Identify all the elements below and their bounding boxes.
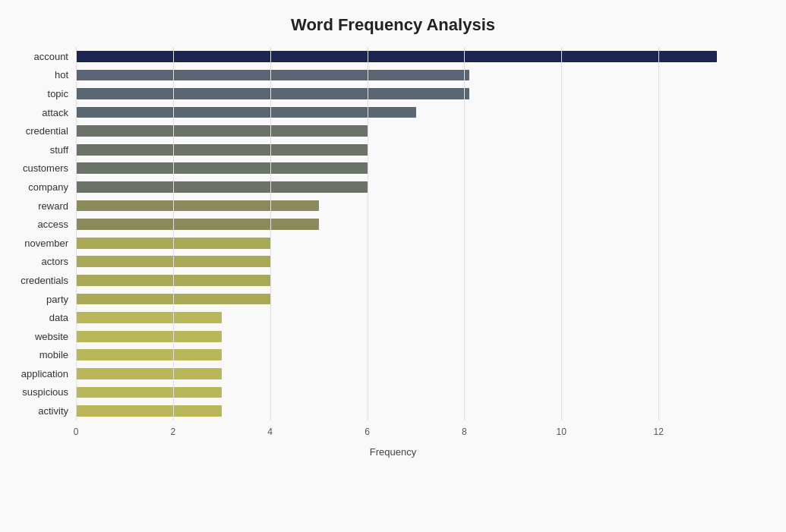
bar-fill xyxy=(76,125,368,137)
bar-track xyxy=(76,387,756,398)
bar-fill xyxy=(76,88,469,99)
bar-row: hot xyxy=(76,66,756,85)
bar-track xyxy=(76,200,756,212)
x-tick-6: 6 xyxy=(365,427,370,437)
bar-row: company xyxy=(76,178,756,197)
bar-row: account xyxy=(76,47,756,66)
bar-track xyxy=(76,107,756,118)
bar-row: credentials xyxy=(76,271,756,290)
bar-fill xyxy=(76,294,270,305)
bar-label: website xyxy=(8,331,76,342)
bar-track xyxy=(76,349,756,360)
x-tick-2: 2 xyxy=(171,427,176,437)
bar-label: suspicious xyxy=(8,386,76,398)
bar-label: data xyxy=(8,312,76,323)
bar-row: access xyxy=(76,215,756,234)
bar-fill xyxy=(76,144,368,156)
bar-row: credential xyxy=(76,121,756,140)
bar-track xyxy=(76,312,756,323)
bar-track xyxy=(76,238,756,249)
bar-label: customers xyxy=(8,162,76,174)
bar-label: mobile xyxy=(8,349,76,360)
bar-row: data xyxy=(76,308,756,327)
x-tick-8: 8 xyxy=(462,427,467,437)
chart-title: Word Frequency Analysis xyxy=(30,15,756,35)
bar-track xyxy=(76,144,756,156)
bar-row: website xyxy=(76,327,756,346)
bar-fill xyxy=(76,312,222,323)
bar-fill xyxy=(76,162,368,174)
x-axis-label: Frequency xyxy=(30,446,756,458)
bar-fill xyxy=(76,405,222,417)
bar-fill xyxy=(76,181,368,193)
bar-label: application xyxy=(8,368,76,379)
bar-fill xyxy=(76,107,416,118)
bar-row: customers xyxy=(76,159,756,178)
bar-track xyxy=(76,181,756,193)
bar-track xyxy=(76,368,756,379)
bar-fill xyxy=(76,275,270,286)
x-tick-12: 12 xyxy=(653,427,663,437)
x-tick-0: 0 xyxy=(74,427,79,437)
bar-row: actors xyxy=(76,253,756,272)
bar-label: actors xyxy=(8,256,76,267)
bar-track xyxy=(76,51,756,62)
bar-label: hot xyxy=(8,69,76,80)
bar-row: activity xyxy=(76,401,756,420)
bar-fill xyxy=(76,331,222,342)
bar-fill xyxy=(76,387,222,398)
bar-label: party xyxy=(8,294,76,305)
bar-fill xyxy=(76,238,270,249)
x-tick-10: 10 xyxy=(557,427,567,437)
bar-track xyxy=(76,219,756,230)
bar-label: company xyxy=(8,181,76,193)
bar-label: account xyxy=(8,51,76,62)
bar-row: party xyxy=(76,290,756,309)
bar-label: november xyxy=(8,238,76,249)
bar-row: attack xyxy=(76,103,756,122)
bar-fill xyxy=(76,200,319,212)
bars-section: accounthottopicattackcredentialstuffcust… xyxy=(76,47,756,420)
bar-track xyxy=(76,88,756,99)
bar-row: november xyxy=(76,234,756,253)
bar-track xyxy=(76,125,756,137)
bar-label: credentials xyxy=(8,275,76,286)
bar-label: topic xyxy=(8,88,76,99)
bar-label: stuff xyxy=(8,144,76,156)
bar-fill xyxy=(76,219,319,230)
bar-row: mobile xyxy=(76,346,756,365)
bar-track xyxy=(76,275,756,286)
bar-track xyxy=(76,331,756,342)
bar-track xyxy=(76,294,756,305)
bar-label: activity xyxy=(8,405,76,417)
bar-row: reward xyxy=(76,197,756,216)
bar-label: credential xyxy=(8,125,76,137)
bar-row: application xyxy=(76,364,756,383)
x-axis: 024681012 xyxy=(76,427,756,442)
bar-label: attack xyxy=(8,107,76,118)
bar-track xyxy=(76,405,756,417)
bar-fill xyxy=(76,51,717,62)
bar-track xyxy=(76,70,756,81)
bar-row: stuff xyxy=(76,140,756,159)
chart-container: Word Frequency Analysis accounthottopica… xyxy=(0,0,786,532)
bar-fill xyxy=(76,70,469,81)
bar-fill xyxy=(76,256,270,267)
chart-area: accounthottopicattackcredentialstuffcust… xyxy=(76,47,756,458)
bar-fill xyxy=(76,368,222,379)
x-tick-4: 4 xyxy=(267,427,273,437)
bar-track xyxy=(76,162,756,174)
bar-row: suspicious xyxy=(76,383,756,402)
bar-fill xyxy=(76,349,222,360)
bar-label: reward xyxy=(8,200,76,212)
bar-track xyxy=(76,256,756,267)
bar-row: topic xyxy=(76,84,756,103)
bar-label: access xyxy=(8,219,76,230)
